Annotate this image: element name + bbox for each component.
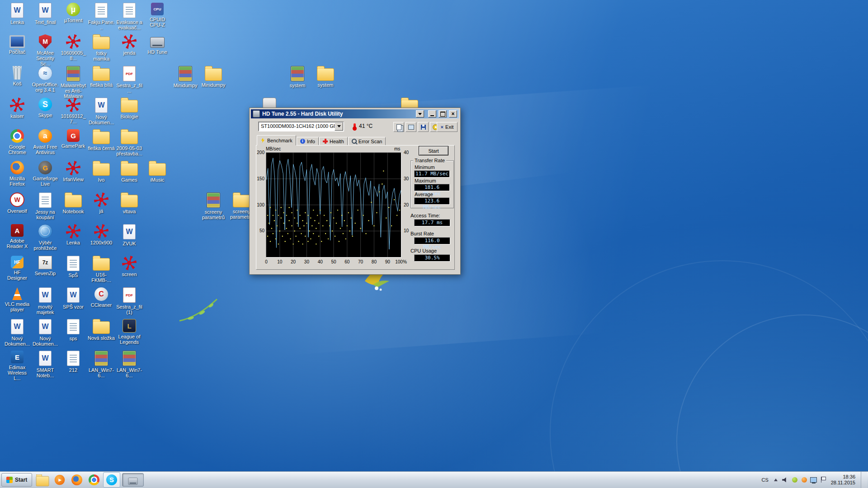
desktop-icon-ivo[interactable]: Ivo <box>88 161 115 183</box>
desktop-icon-cpuid-cpu-z[interactable]: CPUID CPU-Z <box>144 3 171 28</box>
language-indicator[interactable]: CS <box>761 477 768 483</box>
desktop-icon-biologie[interactable]: Biologie <box>116 98 143 119</box>
desktop-icon-sevenzip[interactable]: SevenZip <box>32 256 59 276</box>
desktop-icon-movit-majetek[interactable]: movitý majetek <box>32 287 59 315</box>
taskbar-media-player[interactable] <box>52 473 68 487</box>
desktop-icon-hf-designer[interactable]: HF Designer <box>4 256 31 281</box>
avast-icon[interactable] <box>801 476 808 483</box>
desktop-icon-screeny-parametr[interactable]: screeny parametrů <box>200 192 227 220</box>
desktop-icon-minidumpy[interactable]: Minidumpy <box>172 66 199 88</box>
desktop-icon-system[interactable]: system <box>284 66 311 88</box>
desktop-icon-hd-tune[interactable]: HD Tune <box>144 34 171 55</box>
desktop-icon-zvuk[interactable]: ZVUK <box>116 224 143 246</box>
action-center-icon[interactable] <box>820 476 827 483</box>
desktop-icon-games[interactable]: Games <box>116 161 143 183</box>
desktop-icon-fakju-pane[interactable]: Fakju.Pane... <box>88 3 115 30</box>
maximize-button[interactable] <box>439 110 447 117</box>
taskbar-hdtune-window-button[interactable] <box>122 473 144 487</box>
desktop-icon-v-b-r-prohl-e-e[interactable]: Výběr prohlížeče <box>32 224 59 251</box>
desktop-icon-po-ta[interactable]: Počítač <box>4 34 31 55</box>
desktop-icon-avast-free-antivirus[interactable]: Avast Free Antivirus <box>32 129 59 155</box>
window-titlebar[interactable]: HD Tune 2.55 - Hard Disk Utility × <box>251 109 459 118</box>
desktop-icon-10169312-7[interactable]: 10169312_7... <box>60 98 87 124</box>
benchmark-start-button[interactable]: Start <box>419 146 448 155</box>
desktop-icon-lenka[interactable]: Lenka <box>60 224 87 245</box>
desktop-icon-screen[interactable]: screen <box>116 256 143 277</box>
desktop-icon-10609005-8[interactable]: 10609005_8... <box>60 34 87 61</box>
desktop-icon-nov-dokumen[interactable]: Nový Dokumen... <box>88 98 115 125</box>
desktop-icon-irfanview[interactable]: IrfanView <box>60 161 87 182</box>
desktop-icon-edimax-wireless-l[interactable]: Edimax Wireless L... <box>4 351 31 381</box>
desktop-icon-smart-noteb[interactable]: SMART Noteb... <box>32 351 59 378</box>
desktop-icon-mcafee-security-sc[interactable]: McAfee Security Sc... <box>32 34 59 66</box>
screenshot-button[interactable] <box>406 122 416 132</box>
desktop-icon-openoffice-org-3-4-1[interactable]: OpenOffice.org 3.4.1 <box>32 66 59 93</box>
tab-info[interactable]: Info <box>297 137 319 145</box>
desktop-icon-skype[interactable]: Skype <box>32 98 59 118</box>
desktop-icon-evakuace-a-evakua[interactable]: Evakuace a evakuač... <box>116 3 143 30</box>
desktop-icon-nov-dokumen[interactable]: Nový Dokumen... <box>4 319 31 347</box>
desktop-icon-sestra-z-fil[interactable]: Sestra_z_fil... <box>116 66 143 94</box>
minimize-button[interactable] <box>428 110 436 117</box>
show-desktop-button[interactable] <box>861 472 867 488</box>
tab-benchmark[interactable]: Benchmark <box>257 135 296 145</box>
exit-button[interactable]: × Exit <box>437 122 458 132</box>
desktop-icon-gameforge-live[interactable]: Gameforge Live <box>32 161 59 187</box>
desktop-icon-overwolf[interactable]: Overwolf <box>4 192 31 214</box>
taskbar-firefox[interactable] <box>69 473 85 487</box>
tab-error-scan[interactable]: Error Scan <box>348 137 386 145</box>
desktop-icon-minidumpy[interactable]: Minidumpy <box>200 66 227 88</box>
desktop-icon-text-final[interactable]: Text_final <box>32 3 59 25</box>
save-button[interactable] <box>418 122 429 132</box>
desktop-icon-gamepark[interactable]: GamePark <box>60 129 87 149</box>
desktop-icon-1200x900[interactable]: 1200x900 <box>88 224 115 245</box>
desktop-icon-sp-vzor[interactable]: SPŠ vzor <box>60 287 87 310</box>
desktop-icon-sp[interactable]: SpŠ <box>60 256 87 278</box>
desktop-icon-lan-win7-6[interactable]: LAN_Win7-6... <box>88 351 115 378</box>
desktop-icon-league-of-legends[interactable]: League of Legends <box>116 319 143 345</box>
desktop-icon-jessy-na-koup-n[interactable]: Jessy na koupání <box>32 192 59 220</box>
desktop-icon-sps[interactable]: sps <box>60 319 87 341</box>
taskbar-explorer[interactable] <box>34 473 51 487</box>
tray-clock[interactable]: 18:36 28.11.2015 <box>831 474 855 486</box>
desktop-icon-u16-fkmb[interactable]: U16-FKMB-... <box>88 256 115 283</box>
desktop-icon-j[interactable]: já <box>88 192 115 214</box>
drive-select-arrow[interactable] <box>335 122 343 131</box>
taskbar-chrome[interactable] <box>86 473 102 487</box>
network-icon[interactable] <box>810 476 817 483</box>
volume-icon[interactable] <box>782 476 789 483</box>
desktop-icon-lan-win7-6[interactable]: LAN_Win7-6... <box>116 351 143 378</box>
desktop-icon-vlc-media-player[interactable]: VLC media player <box>4 287 31 312</box>
desktop-icon-jenda[interactable]: jenda <box>116 34 143 56</box>
desktop-icon-212[interactable]: 212 <box>60 351 87 373</box>
desktop-icon-notebook[interactable]: Notebook <box>60 192 87 214</box>
desktop-icon-imusic[interactable]: iMusic <box>144 161 171 183</box>
tab-health[interactable]: Health <box>319 137 348 145</box>
desktop-icon-ko[interactable]: Koš <box>4 66 31 86</box>
desktop-icon-fle-ka-ern[interactable]: fleška černá <box>88 129 115 151</box>
utorrent-icon[interactable] <box>791 476 798 483</box>
desktop-icon-2009-05-03-p-estavba[interactable]: 2009-05-03 přestavba... <box>116 129 143 156</box>
desktop-icon-system[interactable]: system <box>312 66 339 88</box>
drive-select[interactable]: ST1000DM003-1CH162 (1000 GB) <box>258 122 344 131</box>
desktop-icon-fle-ka-b-l[interactable]: fleška bílá <box>88 66 115 88</box>
desktop-icon-malwarebytes-anti-malware[interactable]: Malwarebytes Anti-Malware <box>60 66 87 99</box>
desktop-icon-mozilla-firefox[interactable]: Mozilla Firefox <box>4 161 31 187</box>
desktop-icon-kaiser[interactable]: kaiser <box>4 98 31 119</box>
desktop-icon-fotky-mamka[interactable]: fotky mamka <box>88 34 115 61</box>
hidden-icons-icon[interactable] <box>772 476 779 483</box>
desktop-icon-torrent[interactable]: µTorrent <box>60 3 87 23</box>
desktop-icon-nov-slo-ka[interactable]: Nová složka <box>88 319 115 341</box>
desktop-icon-lenka[interactable]: Lenka <box>4 3 31 25</box>
taskbar-skype[interactable] <box>103 472 120 488</box>
desktop-icon-nov-dokumen[interactable]: Nový Dokumen... <box>32 319 59 347</box>
close-button[interactable]: × <box>449 110 457 117</box>
desktop-icon-google-chrome[interactable]: Google Chrome <box>4 129 31 155</box>
rolldown-button[interactable] <box>416 110 424 117</box>
copy-button[interactable] <box>393 122 404 132</box>
desktop-icon-adobe-reader-x[interactable]: Adobe Reader X <box>4 224 31 249</box>
desktop-icon-ccleaner[interactable]: CCleaner <box>88 287 115 308</box>
desktop-icon-vltava[interactable]: vltava <box>116 192 143 214</box>
desktop-icon-sestra-z-fil-1[interactable]: Sestra_z_fil (1) <box>116 287 143 315</box>
start-button[interactable]: Start <box>1 473 32 487</box>
